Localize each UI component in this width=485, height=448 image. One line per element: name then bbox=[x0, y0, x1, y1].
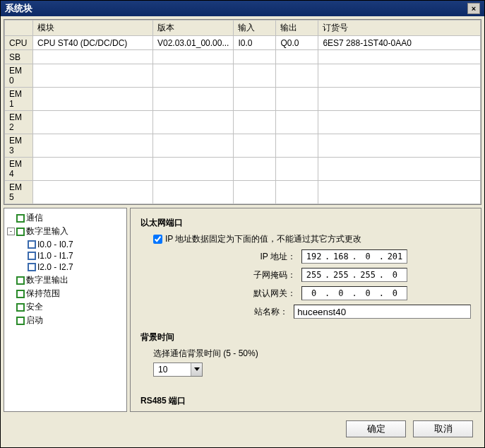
cell-module[interactable]: CPU ST40 (DC/DC/DC) bbox=[33, 36, 153, 50]
cell-output[interactable] bbox=[276, 64, 318, 88]
tree-label: 启动 bbox=[26, 314, 43, 326]
cell-order[interactable] bbox=[318, 88, 481, 111]
cell-module[interactable] bbox=[33, 111, 153, 134]
expand-toggle[interactable]: - bbox=[7, 228, 15, 235]
cell-output[interactable]: Q0.0 bbox=[276, 36, 318, 50]
content-area: 模块 版本 输入 输出 订货号 CPUCPU ST40 (DC/DC/DC)V0… bbox=[1, 16, 484, 447]
cell-version[interactable] bbox=[153, 50, 234, 64]
cell-order[interactable] bbox=[318, 111, 481, 134]
tree-label: I2.0 - I2.7 bbox=[37, 262, 73, 272]
row-header: EM 5 bbox=[5, 181, 33, 204]
tree-node-retain[interactable]: 保持范围 bbox=[7, 287, 125, 300]
col-output[interactable]: 输出 bbox=[276, 20, 318, 36]
cell-input[interactable] bbox=[234, 134, 276, 158]
cell-input[interactable] bbox=[234, 88, 276, 111]
titlebar[interactable]: 系统块 × bbox=[1, 1, 484, 16]
col-input[interactable]: 输入 bbox=[234, 20, 276, 36]
gateway-label: 默认网关： bbox=[225, 288, 296, 300]
tree-label: 保持范围 bbox=[26, 288, 60, 300]
cell-module[interactable] bbox=[33, 88, 153, 111]
cell-module[interactable] bbox=[33, 64, 153, 88]
cell-order[interactable] bbox=[318, 181, 481, 204]
ip-fixed-checkbox[interactable] bbox=[153, 235, 162, 244]
tree-node-startup[interactable]: 启动 bbox=[7, 314, 125, 327]
ip-address-input[interactable]: 192. 168. 0. 201 bbox=[301, 249, 407, 264]
cell-version[interactable] bbox=[153, 88, 234, 111]
row-header: SB bbox=[5, 50, 33, 64]
tree-node-di1[interactable]: I1.0 - I1.7 bbox=[18, 250, 125, 261]
ip-address-label: IP 地址： bbox=[225, 251, 296, 263]
col-order[interactable]: 订货号 bbox=[318, 20, 481, 36]
chevron-down-icon[interactable] bbox=[191, 363, 202, 376]
node-icon bbox=[16, 303, 25, 312]
cell-order[interactable] bbox=[318, 64, 481, 88]
cell-version[interactable] bbox=[153, 134, 234, 158]
node-icon bbox=[28, 263, 36, 271]
cell-output[interactable] bbox=[276, 134, 318, 158]
tree-node-dout[interactable]: 数字里输出 bbox=[7, 273, 125, 287]
cell-output[interactable] bbox=[276, 158, 318, 181]
gateway-input[interactable]: 0. 0. 0. 0 bbox=[301, 286, 407, 300]
row-header: EM 4 bbox=[5, 158, 33, 181]
cell-module[interactable] bbox=[33, 50, 153, 64]
tree-label: 通信 bbox=[26, 212, 43, 224]
col-version[interactable]: 版本 bbox=[153, 20, 234, 36]
cell-module[interactable] bbox=[33, 158, 153, 181]
table-row[interactable]: CPUCPU ST40 (DC/DC/DC)V02.03.01_00.00...… bbox=[5, 36, 481, 50]
table-row[interactable]: EM 5 bbox=[5, 181, 481, 204]
ip-fixed-label: IP 地址数据固定为下面的值，不能通过其它方式更改 bbox=[165, 233, 361, 245]
cell-order[interactable]: 6ES7 288-1ST40-0AA0 bbox=[318, 36, 481, 50]
row-header: EM 2 bbox=[5, 111, 33, 134]
ok-button[interactable]: 确定 bbox=[346, 420, 406, 437]
cell-output[interactable] bbox=[276, 181, 318, 204]
cell-output[interactable] bbox=[276, 88, 318, 111]
tree-node-comm[interactable]: 通信 bbox=[7, 211, 125, 225]
cell-module[interactable] bbox=[33, 181, 153, 204]
node-icon bbox=[28, 240, 36, 249]
cell-version[interactable] bbox=[153, 64, 234, 88]
table-row[interactable]: EM 3 bbox=[5, 134, 481, 158]
cell-order[interactable] bbox=[318, 50, 481, 64]
tree-node-di2[interactable]: I2.0 - I2.7 bbox=[18, 261, 125, 273]
station-name-input[interactable] bbox=[294, 305, 471, 319]
cell-output[interactable] bbox=[276, 111, 318, 134]
table-row[interactable]: EM 1 bbox=[5, 88, 481, 111]
tree-node-din[interactable]: - 数字里输入 I0.0 - I0.7 I1.0 - I1.7 I2.0 - I… bbox=[7, 225, 125, 273]
cell-input[interactable]: I0.0 bbox=[234, 36, 276, 50]
cell-output[interactable] bbox=[276, 50, 318, 64]
tree-node-di0[interactable]: I0.0 - I0.7 bbox=[18, 239, 125, 250]
cell-version[interactable] bbox=[153, 111, 234, 134]
cell-input[interactable] bbox=[234, 111, 276, 134]
table-row[interactable]: EM 0 bbox=[5, 64, 481, 88]
tree-node-security[interactable]: 安全 bbox=[7, 300, 125, 314]
cell-version[interactable] bbox=[153, 158, 234, 181]
rs485-section-title: RS485 端口 bbox=[140, 395, 471, 407]
cell-order[interactable] bbox=[318, 158, 481, 181]
subnet-mask-input[interactable]: 255. 255. 255. 0 bbox=[301, 268, 407, 282]
table-row[interactable]: EM 2 bbox=[5, 111, 481, 134]
subnet-mask-label: 子网掩码： bbox=[225, 269, 296, 281]
cell-input[interactable] bbox=[234, 64, 276, 88]
cell-version[interactable]: V02.03.01_00.00... bbox=[153, 36, 234, 50]
row-header: EM 3 bbox=[5, 134, 33, 158]
table-row[interactable]: SB bbox=[5, 50, 481, 64]
node-icon bbox=[16, 276, 25, 285]
cell-order[interactable] bbox=[318, 134, 481, 158]
node-icon bbox=[16, 290, 25, 298]
background-time-select[interactable]: 10 bbox=[153, 362, 203, 377]
col-module[interactable]: 模块 bbox=[33, 20, 153, 36]
lower-pane: 通信 - 数字里输入 I0.0 - I0.7 I1.0 - I1.7 I2.0 … bbox=[4, 208, 481, 412]
cell-input[interactable] bbox=[234, 181, 276, 204]
module-table: 模块 版本 输入 输出 订货号 CPUCPU ST40 (DC/DC/DC)V0… bbox=[4, 19, 481, 205]
col-blank[interactable] bbox=[5, 20, 33, 36]
cancel-button[interactable]: 取消 bbox=[413, 420, 473, 437]
cell-input[interactable] bbox=[234, 158, 276, 181]
row-header: CPU bbox=[5, 36, 33, 50]
cell-module[interactable] bbox=[33, 134, 153, 158]
station-name-label: 站名称： bbox=[225, 306, 288, 318]
cell-version[interactable] bbox=[153, 181, 234, 204]
close-button[interactable]: × bbox=[467, 3, 480, 14]
cell-input[interactable] bbox=[234, 50, 276, 64]
table-row[interactable]: EM 4 bbox=[5, 158, 481, 181]
row-header: EM 1 bbox=[5, 88, 33, 111]
